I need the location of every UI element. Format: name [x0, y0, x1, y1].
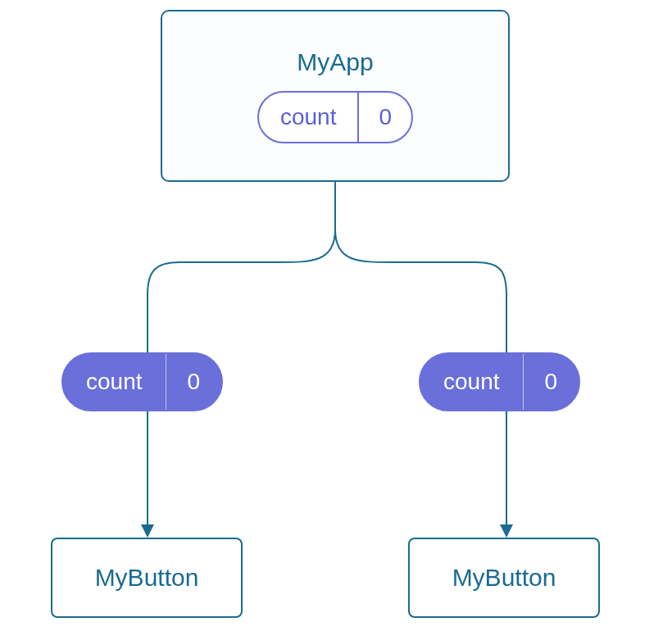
svg-marker-1 — [141, 524, 154, 538]
child-component-node-right: MyButton — [408, 538, 600, 618]
diagram-canvas: MyApp count 0 count 0 count 0 MyButton M… — [0, 0, 672, 631]
prop-value: 0 — [524, 354, 579, 410]
prop-pill-left: count 0 — [61, 352, 223, 411]
prop-label: count — [420, 354, 524, 410]
state-label: count — [259, 93, 360, 142]
parent-state-pill: count 0 — [257, 91, 413, 143]
parent-component-node: MyApp count 0 — [161, 10, 510, 182]
prop-value: 0 — [166, 354, 222, 410]
child-component-node-left: MyButton — [51, 538, 243, 618]
child-component-title: MyButton — [95, 564, 199, 592]
parent-component-title: MyApp — [297, 48, 373, 76]
prop-label: count — [63, 354, 166, 410]
state-value: 0 — [359, 93, 411, 142]
child-component-title: MyButton — [452, 564, 556, 592]
svg-marker-3 — [500, 524, 513, 538]
prop-pill-right: count 0 — [419, 352, 580, 411]
